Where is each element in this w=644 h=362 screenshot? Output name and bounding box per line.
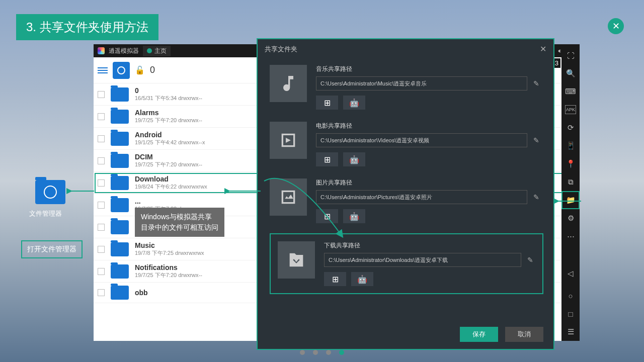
checkbox[interactable] (98, 91, 105, 98)
file-manager-icon (113, 62, 130, 79)
picture-icon (270, 178, 307, 216)
checkbox[interactable] (98, 135, 105, 142)
android-button[interactable]: 🤖 (343, 209, 365, 223)
close-tutorial-button[interactable]: ✕ (608, 18, 624, 34)
search-icon[interactable]: 🔍 (561, 64, 580, 82)
home-icon[interactable]: ○ (561, 287, 580, 305)
android-button[interactable]: 🤖 (343, 96, 365, 110)
share-row-download: 下载共享路径 C:\Users\Administrator\Downloads\… (270, 233, 543, 294)
tab-indicator-icon (147, 48, 152, 53)
download-label: 下载共享路径 (324, 241, 535, 250)
dot-1[interactable] (300, 350, 305, 355)
fullscreen-icon[interactable]: ⛶ (561, 46, 580, 64)
save-button[interactable]: 保存 (460, 327, 498, 342)
file-manager-app-icon (35, 180, 65, 204)
lock-icon: 🔓 (135, 65, 145, 75)
music-icon (270, 65, 307, 102)
android-button[interactable]: 🤖 (351, 272, 373, 286)
music-label: 音乐共享路径 (316, 65, 541, 73)
settings-icon[interactable]: ⚙ (561, 209, 580, 227)
location-icon[interactable]: 📍 (561, 155, 580, 173)
share-row-picture: 图片共享路径 C:\Users\Administrator\Pictures\逍… (258, 172, 553, 229)
keyboard-icon[interactable]: ⌨ (561, 82, 580, 101)
edit-icon[interactable]: ✎ (531, 135, 541, 145)
folder-icon (111, 242, 129, 256)
dialog-close-icon[interactable]: ✕ (540, 44, 546, 54)
open-file-manager-button[interactable]: 打开文件管理器 (21, 240, 83, 258)
folder-icon (111, 154, 129, 168)
picture-path-input[interactable]: C:\Users\Administrator\Pictures\逍遥安卓照片 (316, 190, 527, 204)
windows-button[interactable]: ⊞ (316, 96, 338, 110)
dot-3[interactable] (326, 350, 331, 355)
android-button[interactable]: 🤖 (343, 152, 365, 166)
rotate-icon[interactable]: ⟳ (561, 119, 580, 137)
share-tooltip: Windows与模拟器共享 目录中的文件可相互访问 (135, 208, 224, 237)
edit-icon[interactable]: ✎ (531, 78, 541, 88)
share-row-music: 音乐共享路径 C:\Users\Administrator\Music\逍遥安卓… (258, 59, 553, 116)
multi-window-icon[interactable]: ⧉ (561, 173, 580, 191)
checkbox[interactable] (98, 202, 105, 209)
checkbox[interactable] (98, 179, 105, 187)
dialog-title: 共享文件夹 (265, 45, 297, 54)
emulator-app-name: 逍遥模拟器 (109, 47, 139, 55)
windows-button[interactable]: ⊞ (324, 272, 346, 286)
folder-icon (111, 110, 129, 124)
cancel-button[interactable]: 取消 (505, 327, 543, 342)
windows-button[interactable]: ⊞ (316, 152, 338, 166)
music-path-input[interactable]: C:\Users\Administrator\Music\逍遥安卓音乐 (316, 76, 527, 90)
folder-icon (111, 264, 129, 279)
emulator-tab-home[interactable]: 主页 (143, 46, 171, 56)
windows-button[interactable]: ⊞ (316, 209, 338, 223)
folder-icon (111, 198, 129, 212)
download-path-input[interactable]: C:\Users\Administrator\Downloads\逍遥安卓下载 (324, 253, 521, 267)
tab-label: 主页 (154, 47, 167, 55)
video-icon (270, 122, 307, 159)
folder-icon (111, 132, 129, 146)
more-icon[interactable]: ⋯ (561, 227, 580, 245)
picture-label: 图片共享路径 (316, 178, 541, 187)
download-icon (278, 241, 315, 279)
menu-icon[interactable] (98, 67, 108, 73)
tutorial-title: 3. 共享文件夹使用方法 (16, 14, 158, 40)
checkbox[interactable] (98, 268, 105, 275)
collapse-icon[interactable]: ‹‹‹ (558, 47, 559, 54)
shared-folder-icon[interactable]: 📁 (561, 191, 580, 209)
file-manager-label: 文件管理器 (29, 209, 62, 218)
edit-icon[interactable]: ✎ (525, 255, 535, 265)
dot-4[interactable] (339, 350, 344, 355)
edit-icon[interactable]: ✎ (531, 192, 541, 202)
folder-icon (111, 176, 129, 190)
list-icon[interactable]: ☰ (561, 323, 580, 341)
dot-2[interactable] (313, 350, 318, 355)
recent-icon[interactable]: □ (561, 305, 580, 323)
video-path-input[interactable]: C:\Users\Administrator\Videos\逍遥安卓视频 (316, 133, 527, 147)
pagination-dots (300, 350, 344, 355)
shake-icon[interactable]: 📱 (561, 137, 580, 155)
folder-icon (111, 286, 129, 300)
video-label: 电影共享路径 (316, 122, 541, 130)
checkbox[interactable] (98, 289, 105, 296)
share-row-video: 电影共享路径 C:\Users\Administrator\Videos\逍遥安… (258, 116, 553, 172)
emulator-logo-icon (98, 47, 105, 54)
folder-icon (111, 87, 129, 102)
shared-folder-dialog: 共享文件夹 ✕ 音乐共享路径 C:\Users\Administrator\Mu… (257, 38, 554, 350)
back-icon[interactable]: ◁ (561, 264, 580, 283)
current-path: 0 (150, 65, 155, 75)
emulator-side-toolbar: ⛶ 🔍 ⌨ APK ⟳ 📱 📍 ⧉ 📁 ⚙ ⋯ ◁ ○ □ ☰ (561, 44, 580, 341)
folder-icon (111, 220, 129, 234)
checkbox[interactable] (98, 246, 105, 253)
checkbox[interactable] (98, 157, 105, 164)
checkbox[interactable] (98, 224, 105, 231)
apk-icon[interactable]: APK (565, 105, 576, 114)
checkbox[interactable] (98, 113, 105, 120)
